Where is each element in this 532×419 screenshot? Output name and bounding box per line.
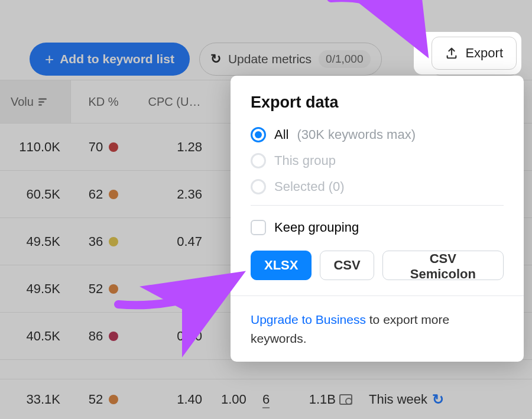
cell-volume: 60.5K — [0, 171, 71, 217]
cell-kd: 62 — [71, 187, 136, 202]
update-count-badge: 0/1,000 — [319, 50, 370, 68]
divider — [251, 205, 504, 206]
cell-extra: 6 — [254, 392, 278, 407]
upload-icon — [445, 47, 458, 60]
update-button-label: Update metrics — [228, 52, 312, 66]
update-metrics-button[interactable]: ↻ Update metrics 0/1,000 — [199, 43, 382, 76]
format-csv-semicolon-button[interactable]: CSV Semicolon — [382, 251, 504, 280]
radio-option-selected: Selected (0) — [251, 179, 504, 194]
table-row: 33.1K 52 1.40 1.00 6 1.1B This week ↻ — [0, 379, 532, 419]
cell-volume: 49.5K — [0, 218, 71, 265]
format-csv-button[interactable]: CSV — [320, 251, 374, 280]
cell-cpc: 1.40 — [136, 392, 213, 407]
cell-cpc: 2.36 — [136, 187, 213, 202]
radio-option-this-group: This group — [251, 153, 504, 168]
serp-features-icon — [339, 394, 352, 405]
export-button-label: Export — [465, 46, 503, 61]
cell-volume: 40.5K — [0, 313, 71, 359]
cell-kd: 52 — [71, 392, 136, 407]
column-cpc[interactable]: CPC (U… — [136, 95, 213, 109]
cell-cpc: 19.55 — [136, 281, 213, 297]
popover-title: Export data — [251, 93, 504, 112]
cell-kd: 70 — [71, 139, 136, 155]
keep-grouping-checkbox[interactable]: Keep grouping — [251, 220, 504, 235]
difficulty-dot-icon — [109, 284, 118, 294]
plus-icon: + — [45, 51, 54, 67]
column-volume[interactable]: Volu — [0, 80, 71, 123]
difficulty-dot-icon — [109, 395, 118, 404]
column-kd[interactable]: KD % — [71, 95, 136, 109]
cell-cpc: 1.28 — [136, 139, 213, 155]
checkbox-icon — [251, 220, 266, 235]
sort-icon — [38, 98, 47, 106]
add-button-label: Add to keyword list — [60, 52, 174, 66]
export-popover: Export data All (30K keywords max) This … — [231, 76, 524, 362]
cell-extra: 1.00 — [213, 392, 254, 407]
refresh-icon[interactable]: ↻ — [432, 391, 444, 408]
highlight-export-region: Export — [414, 32, 521, 74]
difficulty-dot-icon — [109, 332, 118, 341]
radio-option-all[interactable]: All (30K keywords max) — [251, 127, 504, 142]
cell-cpc: 0.00 — [136, 329, 213, 344]
export-button[interactable]: Export — [432, 37, 517, 70]
cell-last-update: This week ↻ — [361, 391, 532, 408]
add-to-keyword-list-button[interactable]: + Add to keyword list — [30, 43, 190, 76]
cell-kd: 52 — [71, 281, 136, 297]
radio-icon — [251, 179, 266, 194]
radio-icon — [251, 153, 266, 168]
popover-footer: Upgrade to Business to export more keywo… — [231, 295, 524, 362]
radio-icon — [251, 127, 266, 142]
upgrade-link[interactable]: Upgrade to Business — [251, 313, 366, 326]
refresh-icon: ↻ — [210, 51, 221, 67]
cell-volume: 110.0K — [0, 124, 71, 170]
cell-cpc: 0.47 — [136, 234, 213, 249]
cell-kd: 86 — [71, 329, 136, 344]
difficulty-dot-icon — [109, 142, 118, 152]
cell-kd: 36 — [71, 234, 136, 249]
cell-volume: 49.5K — [0, 265, 71, 312]
cell-volume: 33.1K — [0, 379, 71, 419]
difficulty-dot-icon — [109, 237, 118, 246]
difficulty-dot-icon — [109, 190, 118, 199]
cell-extra: 1.1B — [278, 392, 361, 407]
format-xlsx-button[interactable]: XLSX — [251, 251, 312, 280]
format-buttons: XLSX CSV CSV Semicolon — [251, 251, 504, 280]
